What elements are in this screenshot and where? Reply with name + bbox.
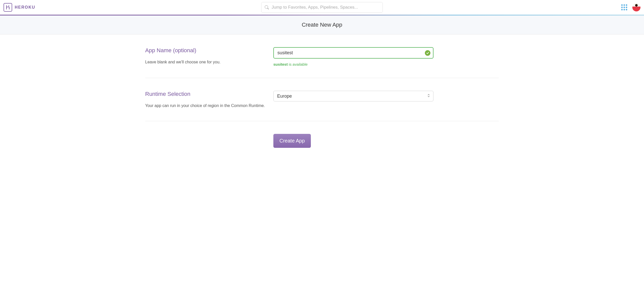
- top-navigation: HEROKU: [0, 0, 644, 15]
- page-header: Create New App: [0, 15, 644, 34]
- runtime-description: Your app can run in your choice of regio…: [145, 102, 273, 110]
- app-name-input[interactable]: [273, 47, 433, 59]
- main-content: App Name (optional) Leave blank and we'l…: [135, 34, 509, 159]
- logo-section[interactable]: HEROKU: [4, 3, 35, 12]
- create-app-button[interactable]: Create App: [273, 134, 311, 148]
- runtime-section: Runtime Selection Your app can run in yo…: [145, 78, 499, 121]
- search-container: [261, 2, 383, 13]
- submit-section: Create App: [145, 121, 499, 159]
- search-icon: [265, 5, 269, 9]
- availability-message: susitest is available: [273, 62, 433, 66]
- app-name-label: App Name (optional): [145, 47, 273, 54]
- page-title: Create New App: [0, 22, 644, 28]
- heroku-logo-icon: [4, 3, 12, 12]
- search-input[interactable]: [261, 2, 383, 13]
- apps-grid-icon[interactable]: [621, 4, 627, 10]
- runtime-label: Runtime Selection: [145, 91, 273, 97]
- availability-name: susitest: [273, 62, 288, 66]
- availability-suffix: is available: [288, 62, 308, 66]
- user-avatar[interactable]: [632, 3, 640, 11]
- nav-right-section: [621, 3, 640, 11]
- brand-name: HEROKU: [15, 5, 35, 10]
- valid-check-icon: [425, 50, 430, 56]
- app-name-section: App Name (optional) Leave blank and we'l…: [145, 34, 499, 78]
- app-name-description: Leave blank and we'll choose one for you…: [145, 58, 273, 66]
- runtime-select[interactable]: Europe: [273, 91, 433, 101]
